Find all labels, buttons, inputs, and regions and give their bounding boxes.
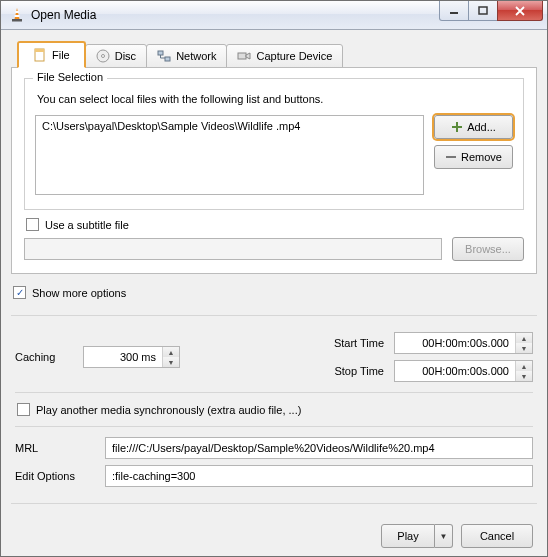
svg-rect-1 (15, 11, 18, 13)
svg-point-9 (101, 55, 104, 58)
button-label: Remove (461, 151, 502, 163)
dialog-footer: Play ▼ Cancel (11, 518, 537, 548)
file-list[interactable]: C:\Users\payal\Desktop\Sample Videos\Wil… (35, 115, 424, 195)
subtitle-checkbox[interactable] (26, 218, 39, 231)
stop-time-label: Stop Time (334, 365, 384, 377)
minimize-button[interactable] (439, 1, 469, 21)
group-legend: File Selection (33, 71, 107, 83)
cancel-button[interactable]: Cancel (461, 524, 533, 548)
subtitle-checkbox-label: Use a subtitle file (45, 219, 129, 231)
play-sync-row: Play another media synchronously (extra … (17, 403, 533, 416)
minus-icon (445, 151, 457, 163)
capture-icon (237, 49, 251, 63)
maximize-button[interactable] (468, 1, 498, 21)
spin-down[interactable]: ▼ (163, 357, 179, 367)
network-icon (157, 49, 171, 63)
svg-marker-13 (246, 53, 250, 59)
titlebar: Open Media (1, 1, 547, 30)
file-selection-group: File Selection You can select local file… (24, 78, 524, 210)
tab-panel-file: File Selection You can select local file… (11, 67, 537, 274)
svg-rect-5 (479, 7, 487, 14)
tab-capture[interactable]: Capture Device (226, 44, 343, 68)
play-sync-checkbox[interactable] (17, 403, 30, 416)
chevron-down-icon: ▼ (440, 532, 448, 541)
dialog-body: File Disc Network Capture Device File Se… (1, 30, 547, 556)
show-more-label: Show more options (32, 287, 126, 299)
file-icon (33, 48, 47, 62)
svg-rect-7 (35, 49, 44, 52)
svg-rect-3 (12, 19, 22, 22)
add-button[interactable]: Add... (434, 115, 513, 139)
tab-disc[interactable]: Disc (85, 44, 147, 68)
vlc-icon (9, 7, 25, 23)
svg-rect-10 (158, 51, 163, 55)
tab-label: Disc (115, 50, 136, 62)
svg-rect-11 (165, 57, 170, 61)
close-button[interactable] (497, 1, 543, 21)
svg-rect-4 (450, 12, 458, 14)
mrl-field[interactable] (105, 437, 533, 459)
button-label: Browse... (465, 243, 511, 255)
edit-options-field[interactable] (105, 465, 533, 487)
window-title: Open Media (31, 8, 96, 22)
button-label: Cancel (480, 530, 514, 542)
separator (11, 503, 537, 504)
tab-label: Capture Device (256, 50, 332, 62)
spin-up[interactable]: ▲ (163, 347, 179, 357)
tab-label: File (52, 49, 70, 61)
caching-input[interactable] (84, 347, 162, 367)
tabstrip: File Disc Network Capture Device (17, 40, 537, 68)
play-button[interactable]: Play (381, 524, 435, 548)
remove-button[interactable]: Remove (434, 145, 513, 169)
show-more-row: Show more options (13, 286, 537, 299)
plus-icon (451, 121, 463, 133)
separator (11, 315, 537, 316)
stop-time-spinner[interactable]: ▲▼ (394, 360, 533, 382)
svg-marker-0 (15, 8, 20, 19)
open-media-window: Open Media File Disc Network Capture Dev (0, 0, 548, 557)
start-time-label: Start Time (334, 337, 384, 349)
advanced-options: Caching ▲▼ Start Time ▲▼ Stop Time ▲▼ (11, 326, 537, 493)
spin-up[interactable]: ▲ (516, 361, 532, 371)
disc-icon (96, 49, 110, 63)
show-more-checkbox[interactable] (13, 286, 26, 299)
caching-spinner[interactable]: ▲▼ (83, 346, 180, 368)
file-list-item[interactable]: C:\Users\payal\Desktop\Sample Videos\Wil… (42, 120, 417, 132)
separator (15, 392, 533, 393)
mrl-label: MRL (15, 442, 95, 454)
separator (15, 426, 533, 427)
caching-label: Caching (15, 351, 75, 363)
button-label: Play (397, 530, 418, 542)
tab-network[interactable]: Network (146, 44, 227, 68)
edit-options-label: Edit Options (15, 470, 95, 482)
subtitle-check-row: Use a subtitle file (26, 218, 524, 231)
tab-label: Network (176, 50, 216, 62)
play-sync-label: Play another media synchronously (extra … (36, 404, 301, 416)
spin-down[interactable]: ▼ (516, 371, 532, 381)
file-selection-hint: You can select local files with the foll… (37, 93, 513, 105)
start-time-spinner[interactable]: ▲▼ (394, 332, 533, 354)
stop-time-input[interactable] (395, 361, 515, 381)
window-buttons (440, 1, 543, 21)
svg-rect-12 (238, 53, 246, 59)
tab-file[interactable]: File (17, 41, 86, 68)
start-time-input[interactable] (395, 333, 515, 353)
play-dropdown[interactable]: ▼ (435, 524, 453, 548)
browse-subtitle-button[interactable]: Browse... (452, 237, 524, 261)
svg-rect-2 (15, 15, 20, 17)
subtitle-path-field (24, 238, 442, 260)
button-label: Add... (467, 121, 496, 133)
spin-down[interactable]: ▼ (516, 343, 532, 353)
spin-up[interactable]: ▲ (516, 333, 532, 343)
play-split-button: Play ▼ (381, 524, 453, 548)
